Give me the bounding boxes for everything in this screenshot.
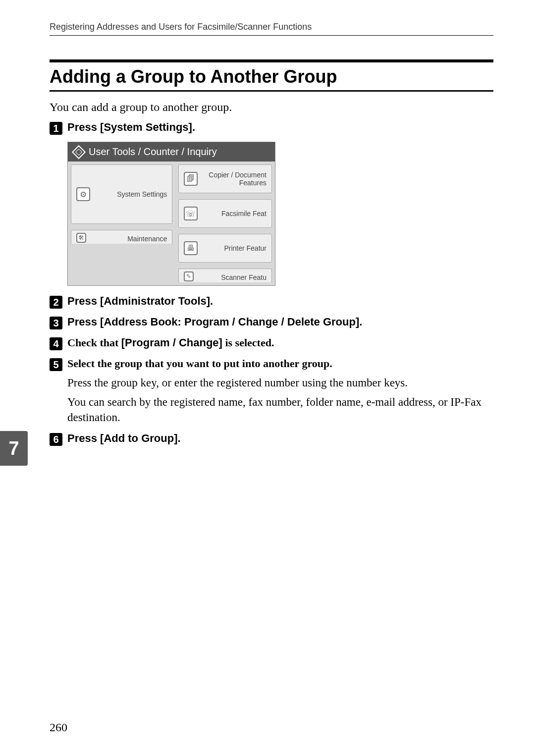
ui-screenshot: User Tools / Counter / Inquiry ⚙ System … (67, 142, 275, 286)
section-title: Adding a Group to Another Group (50, 59, 493, 92)
step-prefix: Check that (67, 336, 121, 349)
step-prefix: Press (67, 432, 100, 444)
step-3: 3 Press [Address Book: Program / Change … (50, 316, 493, 329)
settings-icon: ⚙ (76, 187, 90, 201)
button-label: Maintenance (91, 235, 167, 243)
step-suffix: . (177, 432, 180, 444)
button-label: Printer Featur (203, 244, 267, 252)
screenshot-title-text: User Tools / Counter / Inquiry (89, 146, 217, 158)
step-number-badge: 6 (50, 433, 62, 446)
step-suffix: . (192, 121, 195, 133)
button-label: Scanner Featu (199, 273, 267, 281)
scanner-features-button[interactable]: ✎ Scanner Featu (178, 269, 272, 282)
step-text: Select the group that you want to put in… (67, 357, 332, 370)
step-prefix: Press (67, 121, 100, 133)
copier-features-button[interactable]: 🗐 Copier / Document Features (178, 164, 272, 193)
step-5: 5 Select the group that you want to put … (50, 357, 493, 425)
step-4: 4 Check that [Program / Change] is selec… (50, 336, 493, 350)
step-number-badge: 3 (50, 317, 62, 329)
copier-icon: 🗐 (184, 172, 198, 186)
facsimile-features-button[interactable]: ☏ Facsimile Feat (178, 199, 272, 228)
page-number: 260 (50, 721, 67, 734)
fax-icon: ☏ (184, 207, 198, 220)
step-bold: [Address Book: Program / Change / Delete… (100, 316, 359, 328)
screenshot-title-bar: User Tools / Counter / Inquiry (68, 142, 275, 162)
step-body-1: Press the group key, or enter the regist… (67, 375, 493, 390)
button-label: System Settings (95, 190, 167, 198)
chapter-tab: 7 (0, 431, 28, 466)
step-2: 2 Press [Administrator Tools]. (50, 295, 493, 309)
printer-features-button[interactable]: 🖶 Printer Featur (178, 234, 272, 263)
button-label: Copier / Document Features (203, 171, 267, 187)
step-prefix: Press (67, 316, 100, 328)
step-1: 1 Press [System Settings]. User Tools / … (50, 121, 493, 286)
step-bold: [Administrator Tools] (100, 295, 210, 307)
step-text: Press [Add to Group]. (67, 432, 181, 445)
running-header: Registering Addresses and Users for Facs… (50, 22, 493, 36)
step-number-badge: 1 (50, 122, 62, 135)
maintenance-button[interactable]: 🛠 Maintenance (71, 230, 172, 244)
step-text: Press [Administrator Tools]. (67, 295, 213, 308)
step-text: Press [System Settings]. (67, 121, 195, 134)
step-number-badge: 2 (50, 296, 62, 309)
step-prefix: Press (67, 295, 100, 307)
step-full: Select the group that you want to put in… (67, 357, 332, 370)
step-text: Check that [Program / Change] is selecte… (67, 336, 274, 349)
step-suffix: . (359, 316, 362, 328)
step-number-badge: 5 (50, 358, 62, 371)
system-settings-button[interactable]: ⚙ System Settings (71, 164, 172, 224)
step-suffix: . (210, 295, 213, 307)
step-bold: [Add to Group] (100, 432, 177, 444)
step-text: Press [Address Book: Program / Change / … (67, 316, 362, 328)
step-bold: [Program / Change] (121, 336, 222, 349)
scanner-icon: ✎ (184, 271, 194, 281)
step-body-2: You can search by the registered name, f… (67, 394, 493, 425)
step-number-badge: 4 (50, 337, 62, 350)
diamond-icon (72, 145, 86, 159)
wrench-icon: 🛠 (76, 233, 86, 243)
intro-text: You can add a group to another group. (50, 101, 493, 114)
printer-icon: 🖶 (184, 241, 198, 255)
step-6: 6 Press [Add to Group]. (50, 432, 493, 446)
step-suffix: is selected. (222, 336, 274, 349)
step-bold: [System Settings] (100, 121, 192, 133)
button-label: Facsimile Feat (203, 210, 267, 217)
